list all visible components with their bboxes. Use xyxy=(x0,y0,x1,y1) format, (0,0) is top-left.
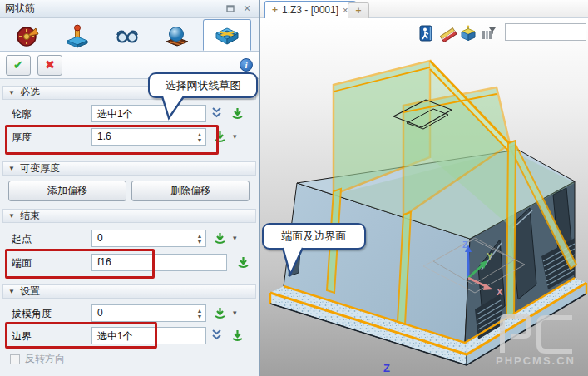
tab-stamp[interactable] xyxy=(53,21,101,51)
glasses-icon xyxy=(113,22,141,49)
reverse-direction-option: 反转方向 xyxy=(10,352,65,366)
double-chevron-down-icon[interactable] xyxy=(210,106,223,123)
contour-label: 轮廓 xyxy=(12,107,32,121)
graphics-canvas[interactable]: Z Y X 端面及边界面 Z PHPCMS.CN xyxy=(260,18,588,376)
watermark: PHPCMS.CN xyxy=(487,311,585,367)
watermark-logo-icon xyxy=(491,311,581,354)
spinner-stepper[interactable]: ▲▼ xyxy=(195,231,205,245)
row-offset-buttons: 添加偏移 删除偏移 xyxy=(0,181,259,201)
panel-titlebar: 网状筋 ✕ xyxy=(0,0,259,18)
ok-button[interactable]: ✔ xyxy=(6,55,31,76)
add-offset-button[interactable]: 添加偏移 xyxy=(8,181,126,201)
draft-angle-input[interactable]: 0 xyxy=(91,304,206,322)
tab-glasses[interactable] xyxy=(103,21,151,51)
axis-z-label: Z xyxy=(462,240,468,250)
callout-sketch: 选择网状线草图 xyxy=(148,72,258,98)
row-draft-angle: 拔模角度 0 ▲▼ ▾ xyxy=(0,304,259,323)
pick-from-list-icon[interactable] xyxy=(230,106,245,124)
boundary-input[interactable]: 选中1个 xyxy=(91,327,206,344)
viewport: + 1.Z3 - [0001] × + xyxy=(260,0,588,376)
app-window: 网状筋 ✕ xyxy=(0,0,588,376)
start-label: 起点 xyxy=(12,232,32,246)
section-variable-thickness[interactable]: ▼ 可变厚度 xyxy=(2,161,256,176)
row-start: 起点 0 ▲▼ ▾ xyxy=(0,230,259,248)
thickness-label: 厚度 xyxy=(12,131,32,145)
callout-end-face: 端面及边界面 xyxy=(262,223,366,250)
row-boundary: 边界 选中1个 xyxy=(0,327,259,345)
collapse-triangle-icon: ▼ xyxy=(8,212,15,220)
panel-tabstrip xyxy=(0,18,259,52)
dropdown-caret-icon[interactable]: ▾ xyxy=(233,309,237,317)
cancel-button[interactable]: ✖ xyxy=(37,55,62,76)
dropdown-caret-icon[interactable]: ▾ xyxy=(233,132,237,141)
reverse-direction-label: 反转方向 xyxy=(25,352,65,366)
feature-panel: 网状筋 ✕ xyxy=(0,0,260,376)
gauge-icon xyxy=(14,22,41,49)
tab-sphere[interactable] xyxy=(153,21,201,51)
panel-title: 网状筋 xyxy=(5,2,220,16)
pick-from-list-icon[interactable] xyxy=(213,130,227,147)
axis-y-label: Y xyxy=(487,251,493,261)
delete-offset-button[interactable]: 删除偏移 xyxy=(131,181,250,201)
reverse-direction-checkbox[interactable] xyxy=(10,354,20,364)
pick-from-list-icon[interactable] xyxy=(230,329,245,346)
tab-plus-icon: + xyxy=(272,4,278,16)
view-triad-z-label: Z xyxy=(383,362,390,374)
new-tab-button[interactable]: + xyxy=(348,2,369,18)
watermark-text: PHPCMS.CN xyxy=(487,354,585,367)
axis-x-label: X xyxy=(497,287,503,297)
document-tabbar: + 1.Z3 - [0001] × + xyxy=(260,0,588,18)
tab-mesh-rib[interactable] xyxy=(203,19,251,51)
spinner-stepper[interactable]: ▲▼ xyxy=(195,130,205,144)
pick-from-list-icon[interactable] xyxy=(213,306,227,324)
end-face-label: 端面 xyxy=(12,256,32,270)
section-settings[interactable]: ▼ 设置 xyxy=(2,284,256,299)
end-face-input[interactable]: f16 xyxy=(91,254,227,271)
collapse-triangle-icon: ▼ xyxy=(8,89,15,96)
sphere-icon xyxy=(164,22,190,49)
double-chevron-down-icon[interactable] xyxy=(210,329,223,345)
stamp-icon xyxy=(64,22,91,49)
section-end[interactable]: ▼ 结束 xyxy=(2,209,256,223)
collapse-triangle-icon: ▼ xyxy=(8,165,15,172)
panel-body: ▼ 必选 轮廓 选中1个 厚度 1.6 ▲▼ ▾ xyxy=(0,79,259,375)
dropdown-caret-icon[interactable]: ▾ xyxy=(233,234,237,242)
contour-input[interactable]: 选中1个 xyxy=(91,105,206,122)
callout-end-face-tail xyxy=(280,247,305,277)
close-icon[interactable]: ✕ xyxy=(240,3,254,15)
spinner-stepper[interactable]: ▲▼ xyxy=(195,306,205,320)
rib-box-icon xyxy=(214,22,240,48)
callout-sketch-tail xyxy=(160,96,186,121)
row-end-face: 端面 f16 xyxy=(0,254,259,274)
info-icon[interactable]: i xyxy=(240,58,253,72)
start-input[interactable]: 0 xyxy=(91,230,206,247)
thickness-input[interactable]: 1.6 xyxy=(91,128,206,146)
row-contour: 轮廓 选中1个 xyxy=(0,105,259,123)
document-tab-label: 1.Z3 - [0001] xyxy=(282,4,338,16)
pick-from-list-icon[interactable] xyxy=(236,255,250,273)
row-thickness: 厚度 1.6 ▲▼ ▾ xyxy=(0,128,259,146)
collapse-triangle-icon: ▼ xyxy=(8,288,15,295)
tab-gauge[interactable] xyxy=(3,21,52,51)
draft-angle-label: 拔模角度 xyxy=(12,307,52,321)
boundary-label: 边界 xyxy=(12,329,32,344)
document-tab[interactable]: + 1.Z3 - [0001] × xyxy=(264,1,356,18)
pick-from-list-icon[interactable] xyxy=(213,231,227,249)
restore-icon[interactable] xyxy=(224,3,237,15)
